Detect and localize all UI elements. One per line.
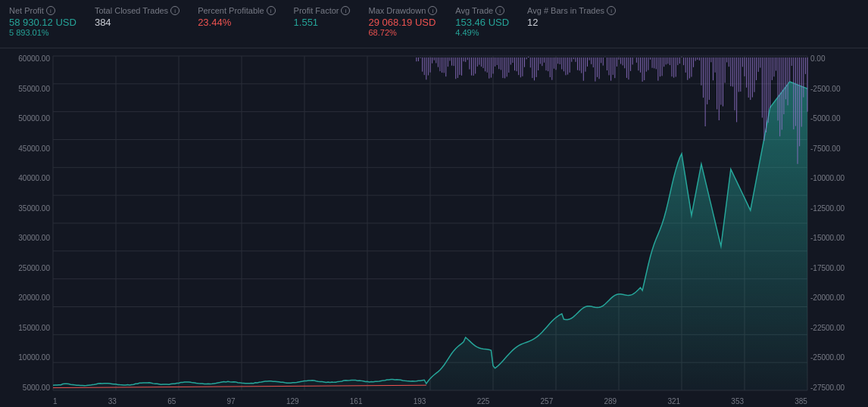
y-left-35000: 35000.00: [3, 204, 50, 213]
x-label-257: 257: [541, 397, 554, 405]
x-label-321: 321: [667, 397, 680, 405]
avg-bars-info-icon[interactable]: i: [607, 6, 616, 15]
y-right-12500: -12500.00: [810, 204, 865, 213]
avg-trade-value: 153.46 USD: [455, 17, 509, 28]
x-label-65: 65: [167, 397, 176, 405]
max-drawdown-label: Max Drawdown i: [368, 6, 437, 15]
y-left-55000: 55000.00: [3, 85, 50, 93]
x-label-353: 353: [731, 397, 744, 405]
y-left-15000: 15000.00: [3, 324, 50, 332]
x-label-33: 33: [108, 397, 117, 405]
y-left-25000: 25000.00: [3, 264, 50, 272]
total-closed-trades-info-icon[interactable]: i: [170, 6, 180, 15]
y-left-20000: 20000.00: [3, 294, 50, 302]
y-right-15000: -15000.00: [810, 234, 865, 242]
profit-factor-label: Profit Factor i: [294, 6, 351, 15]
avg-trade-label-text: Avg Trade: [455, 6, 493, 15]
y-left-5000: 5000.00: [3, 384, 50, 392]
total-closed-trades-value: 384: [95, 17, 180, 28]
profit-factor-info-icon[interactable]: i: [341, 6, 350, 15]
stat-net-profit: Net Profit i 58 930.12 USD 5 893.01%: [9, 6, 95, 37]
percent-profitable-label-text: Percent Profitable: [198, 6, 264, 15]
y-left-60000: 60000.00: [3, 54, 50, 63]
y-right-17500: -17500.00: [810, 264, 865, 272]
x-label-385: 385: [795, 397, 807, 405]
avg-bars-value: 12: [527, 17, 616, 28]
y-left-10000: 10000.00: [3, 353, 50, 362]
y-left-40000: 40000.00: [3, 174, 50, 182]
x-label-193: 193: [414, 397, 426, 405]
avg-trade-sub: 4.49%: [455, 28, 509, 37]
y-right-22500: -22500.00: [810, 324, 865, 332]
stats-bar: Net Profit i 58 930.12 USD 5 893.01% Tot…: [0, 0, 868, 48]
chart-area[interactable]: 1 33 65 97 129 161 193 225 257 289 321 3…: [0, 48, 868, 407]
max-drawdown-label-text: Max Drawdown: [368, 6, 426, 15]
net-profit-sub: 5 893.01%: [9, 28, 76, 37]
x-label-1: 1: [53, 397, 58, 405]
avg-trade-info-icon[interactable]: i: [495, 6, 504, 15]
y-left-30000: 30000.00: [3, 234, 50, 242]
y-axis-right: 0.00 -2500.00 -5000.00 -7500.00 -10000.0…: [807, 48, 868, 407]
stat-percent-profitable: Percent Profitable i 23.44%: [198, 6, 293, 28]
total-closed-trades-label-text: Total Closed Trades: [95, 6, 168, 15]
stat-avg-trade: Avg Trade i 153.46 USD 4.49%: [455, 6, 527, 37]
stat-max-drawdown: Max Drawdown i 29 068.19 USD 68.72%: [368, 6, 455, 37]
profit-factor-label-text: Profit Factor: [294, 6, 339, 15]
percent-profitable-value: 23.44%: [198, 17, 275, 28]
y-right-5000: -5000.00: [810, 114, 865, 123]
x-label-289: 289: [604, 397, 617, 405]
net-profit-label-text: Net Profit: [9, 6, 44, 15]
net-profit-value: 58 930.12 USD: [9, 17, 76, 28]
y-right-25000: -25000.00: [810, 353, 865, 362]
y-right-7500: -7500.00: [810, 144, 865, 153]
x-label-161: 161: [350, 397, 363, 405]
profit-factor-value: 1.551: [294, 17, 351, 28]
x-axis: 1 33 65 97 129 161 193 225 257 289 321 3…: [53, 397, 807, 405]
stat-total-closed-trades: Total Closed Trades i 384: [95, 6, 198, 28]
percent-profitable-label: Percent Profitable i: [198, 6, 275, 15]
avg-trade-label: Avg Trade i: [455, 6, 509, 15]
y-right-10000: -10000.00: [810, 174, 865, 182]
y-right-27500: -27500.00: [810, 384, 865, 392]
x-label-225: 225: [477, 397, 490, 405]
stat-avg-bars-in-trades: Avg # Bars in Trades i 12: [527, 6, 634, 28]
net-profit-info-icon[interactable]: i: [46, 6, 55, 15]
performance-chart: [0, 48, 868, 407]
y-axis-left: 60000.00 55000.00 50000.00 45000.00 4000…: [0, 48, 53, 407]
stat-profit-factor: Profit Factor i 1.551: [294, 6, 369, 28]
avg-bars-label: Avg # Bars in Trades i: [527, 6, 616, 15]
y-right-2500: -2500.00: [810, 85, 865, 93]
y-left-45000: 45000.00: [3, 144, 50, 153]
total-closed-trades-label: Total Closed Trades i: [95, 6, 180, 15]
y-right-20000: -20000.00: [810, 294, 865, 302]
x-label-97: 97: [227, 397, 236, 405]
max-drawdown-info-icon[interactable]: i: [428, 6, 437, 15]
x-label-129: 129: [286, 397, 299, 405]
percent-profitable-info-icon[interactable]: i: [267, 6, 276, 15]
y-right-0: 0.00: [810, 54, 865, 63]
avg-bars-label-text: Avg # Bars in Trades: [527, 6, 604, 15]
y-left-50000: 50000.00: [3, 114, 50, 123]
max-drawdown-sub: 68.72%: [368, 28, 437, 37]
net-profit-label: Net Profit i: [9, 6, 76, 15]
max-drawdown-value: 29 068.19 USD: [368, 17, 437, 28]
